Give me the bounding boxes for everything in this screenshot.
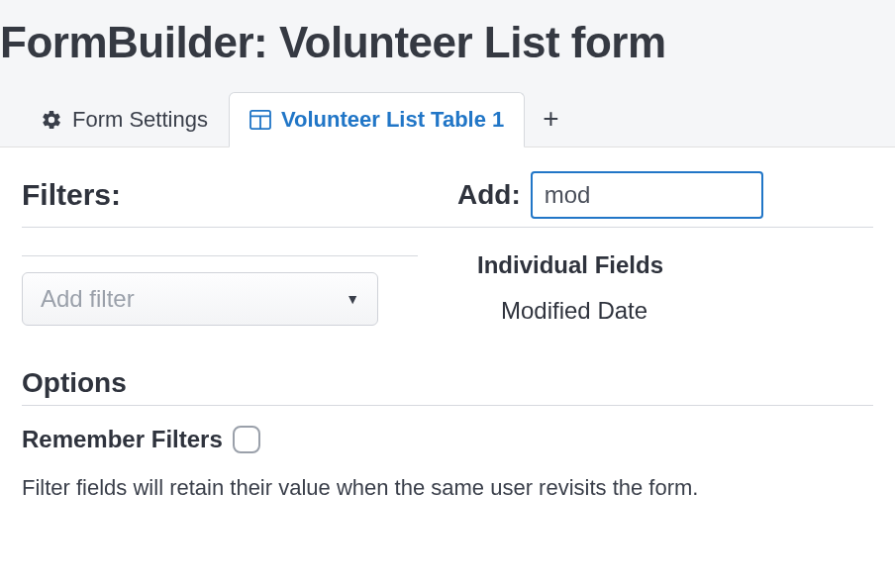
options-heading: Options: [22, 367, 873, 406]
filters-left-column: Add filter ▼: [22, 255, 418, 326]
add-label: Add:: [457, 179, 521, 211]
remember-filters-label: Remember Filters: [22, 426, 223, 453]
add-field-input[interactable]: [531, 171, 763, 219]
add-field-section: Add:: [457, 171, 763, 219]
chevron-down-icon: ▼: [346, 291, 359, 307]
table-icon: [249, 110, 271, 130]
content-area: Filters: Add: Add filter ▼ Individual Fi…: [0, 147, 895, 501]
filters-body: Add filter ▼ Individual Fields Modified …: [22, 255, 873, 326]
remember-filters-row: Remember Filters: [22, 426, 873, 453]
divider: [22, 255, 418, 256]
tab-label: Volunteer List Table 1: [281, 107, 504, 133]
plus-icon: +: [543, 105, 558, 133]
options-section: Options Remember Filters Filter fields w…: [22, 367, 873, 501]
add-filter-placeholder: Add filter: [41, 285, 135, 313]
add-filter-dropdown[interactable]: Add filter ▼: [22, 272, 378, 326]
dropdown-group-header: Individual Fields: [477, 251, 873, 279]
gear-icon: [41, 109, 62, 131]
tab-form-settings[interactable]: Form Settings: [20, 92, 229, 147]
remember-filters-help-text: Filter fields will retain their value wh…: [22, 475, 873, 501]
tab-volunteer-list-table[interactable]: Volunteer List Table 1: [229, 92, 525, 147]
header-bar: FormBuilder: Volunteer List form: [0, 0, 895, 91]
tab-add-button[interactable]: +: [525, 91, 576, 147]
remember-filters-checkbox[interactable]: [233, 426, 260, 453]
tab-bar: Form Settings Volunteer List Table 1 +: [0, 91, 895, 147]
page-title: FormBuilder: Volunteer List form: [0, 18, 895, 67]
filters-heading: Filters:: [22, 178, 457, 212]
dropdown-item-modified-date[interactable]: Modified Date: [477, 297, 873, 325]
tab-label: Form Settings: [72, 107, 208, 133]
autocomplete-dropdown: Individual Fields Modified Date: [477, 255, 873, 325]
filters-header-row: Filters: Add:: [22, 171, 873, 228]
